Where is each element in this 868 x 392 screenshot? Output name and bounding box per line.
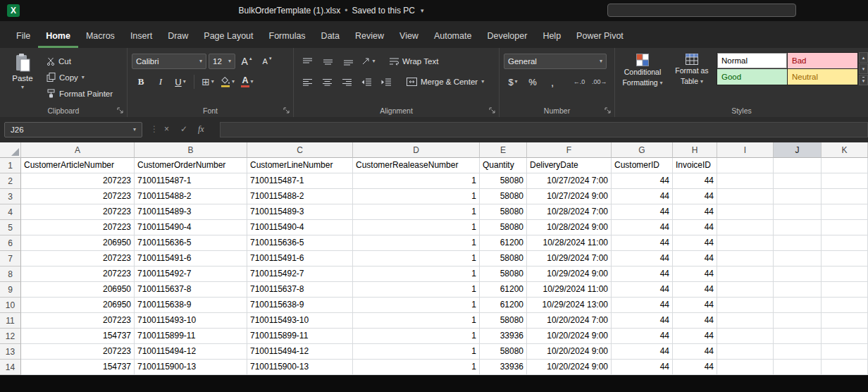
cell[interactable]	[774, 360, 822, 375]
cell[interactable]: 44	[673, 360, 717, 375]
cell[interactable]	[774, 251, 822, 267]
row-header-3[interactable]: 3	[0, 189, 21, 204]
cell[interactable]: 7100115489-3	[247, 204, 353, 220]
cell[interactable]: 7100115899-11	[135, 329, 247, 344]
cell[interactable]: 58080	[480, 189, 527, 204]
cell[interactable]: 10/20/2024 7:00	[527, 313, 612, 329]
column-header-F[interactable]: F	[527, 142, 612, 158]
cell[interactable]	[774, 267, 822, 282]
gallery-scroll-up-button[interactable]: ▴	[859, 52, 868, 63]
cell[interactable]	[822, 313, 868, 329]
cell[interactable]	[717, 282, 774, 298]
orientation-button[interactable]: ▾	[359, 54, 378, 69]
cell[interactable]: 1	[353, 173, 480, 189]
cell[interactable]: 44	[673, 298, 717, 313]
align-middle-button[interactable]	[318, 54, 337, 69]
tab-file[interactable]: File	[8, 31, 38, 48]
cell[interactable]: 7100115899-11	[247, 329, 353, 344]
wrap-text-button[interactable]: Wrap Text	[390, 57, 438, 66]
cell[interactable]: 7100115900-13	[135, 360, 247, 375]
row-header-13[interactable]: 13	[0, 344, 21, 360]
cell[interactable]	[822, 173, 868, 189]
cell[interactable]: 10/29/2024 11:00	[527, 282, 612, 298]
row-header-8[interactable]: 8	[0, 267, 21, 282]
cell[interactable]: 7100115494-12	[247, 344, 353, 360]
row-header-9[interactable]: 9	[0, 282, 21, 298]
format-painter-button[interactable]: Format Painter	[44, 86, 116, 101]
cell[interactable]	[774, 298, 822, 313]
cell[interactable]: 7100115636-5	[135, 235, 247, 251]
cell[interactable]: 44	[612, 360, 673, 375]
cell[interactable]: 10/27/2024 9:00	[527, 189, 612, 204]
cell[interactable]: DeliveryDate	[527, 158, 612, 173]
cell[interactable]	[717, 173, 774, 189]
column-header-G[interactable]: G	[612, 142, 673, 158]
cell[interactable]: 44	[612, 204, 673, 220]
cell[interactable]: CustomerID	[612, 158, 673, 173]
cell[interactable]: 10/28/2024 11:00	[527, 235, 612, 251]
column-header-H[interactable]: H	[673, 142, 717, 158]
cell[interactable]	[717, 189, 774, 204]
cell[interactable]: 7100115492-7	[247, 267, 353, 282]
cell[interactable]: 7100115488-2	[247, 189, 353, 204]
cell[interactable]: 1	[353, 251, 480, 267]
cell[interactable]	[822, 158, 868, 173]
cell[interactable]	[774, 173, 822, 189]
cell[interactable]: 7100115637-8	[247, 282, 353, 298]
row-header-10[interactable]: 10	[0, 298, 21, 313]
merge-center-button[interactable]: Merge & Center ▾	[407, 78, 484, 86]
cell[interactable]: 44	[612, 267, 673, 282]
cell[interactable]	[774, 282, 822, 298]
cell[interactable]: 1	[353, 267, 480, 282]
align-center-button[interactable]	[318, 74, 336, 90]
cell[interactable]: 44	[612, 282, 673, 298]
increase-decimal-button[interactable]: ←.0	[570, 74, 588, 90]
cell[interactable]: CustomerRealeaseNumber	[353, 158, 480, 173]
cell[interactable]: 7100115490-4	[247, 220, 353, 235]
increase-indent-button[interactable]	[377, 74, 395, 90]
cell[interactable]	[717, 235, 774, 251]
row-header-6[interactable]: 6	[0, 235, 21, 251]
cell[interactable]: 7100115493-10	[135, 313, 247, 329]
cell[interactable]: 44	[673, 189, 717, 204]
cell[interactable]	[822, 204, 868, 220]
row-header-2[interactable]: 2	[0, 173, 21, 189]
cell[interactable]: 58080	[480, 220, 527, 235]
font-size-select[interactable]: 12 ▾	[209, 54, 235, 69]
tab-formulas[interactable]: Formulas	[261, 31, 314, 48]
cell[interactable]: 58080	[480, 344, 527, 360]
cell[interactable]: 58080	[480, 173, 527, 189]
cell[interactable]: 1	[353, 344, 480, 360]
gallery-more-button[interactable]: ▾	[859, 75, 868, 85]
cell[interactable]: 206950	[21, 235, 135, 251]
cell[interactable]	[822, 189, 868, 204]
cell[interactable]: 206950	[21, 282, 135, 298]
cell[interactable]: 44	[673, 329, 717, 344]
cell[interactable]	[822, 267, 868, 282]
decrease-font-size-button[interactable]: A ▾	[258, 54, 276, 69]
excel-app-icon[interactable]: X	[7, 4, 20, 17]
enter-icon[interactable]: ✓	[180, 124, 187, 134]
cell[interactable]: 61200	[480, 298, 527, 313]
cell[interactable]: 7100115491-6	[135, 251, 247, 267]
decrease-decimal-button[interactable]: .00→	[590, 74, 609, 90]
fill-color-button[interactable]: ▾	[218, 74, 237, 90]
cell[interactable]: 7100115487-1	[135, 173, 247, 189]
cell[interactable]: 10/20/2024 9:00	[527, 329, 612, 344]
cell[interactable]	[717, 204, 774, 220]
cell[interactable]: 44	[673, 267, 717, 282]
cell[interactable]	[822, 344, 868, 360]
dialog-launcher-icon[interactable]	[117, 107, 124, 114]
cell-style-normal[interactable]: Normal	[717, 53, 787, 68]
cell-style-good[interactable]: Good	[717, 69, 787, 85]
cell[interactable]: 10/29/2024 7:00	[527, 251, 612, 267]
cell[interactable]	[822, 298, 868, 313]
cell[interactable]: 44	[673, 173, 717, 189]
cell[interactable]: 33936	[480, 329, 527, 344]
column-header-I[interactable]: I	[717, 142, 774, 158]
cell[interactable]	[822, 251, 868, 267]
cell[interactable]	[717, 220, 774, 235]
cell[interactable]	[774, 344, 822, 360]
tab-power-pivot[interactable]: Power Pivot	[569, 31, 631, 48]
search-box[interactable]	[607, 4, 796, 17]
